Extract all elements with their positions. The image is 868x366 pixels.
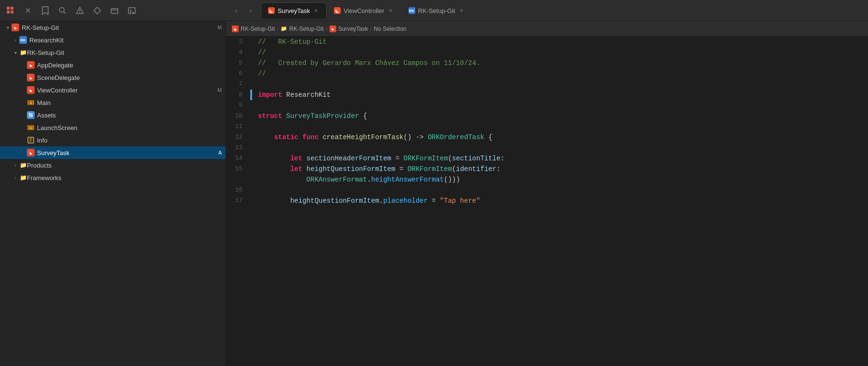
svg-rect-17 [29,115,31,117]
code-content [252,121,868,132]
layers-icon[interactable] [108,4,121,17]
app-icon-breadcrumb [232,26,239,32]
svg-line-5 [64,12,66,13]
sidebar-badge: A [218,150,222,156]
folder-icon: 📁 [19,49,27,56]
sidebar-item-info[interactable]: Info [0,134,226,146]
code-content: let sectionHeaderFormItem = ORKFormItem(… [252,153,868,164]
code-content: heightQuestionFormItem.placeholder = "Ta… [252,196,868,206]
code-line-3: 3 // RK-Setup-Git [226,37,868,47]
tab-close-button[interactable]: ✕ [458,7,465,14]
tab-survey-task[interactable]: SurveyTask ✕ [261,2,327,19]
sidebar-item-label: SceneDelegate [37,74,222,81]
swift-file-icon [27,86,35,94]
sidebar: ▾ RK-Setup-Git M › RK ResearchKit ▾ 📁 RK… [0,21,226,366]
line-number: 8 [226,90,250,100]
toolbar-left: ✕ [4,4,230,17]
folder-icon-breadcrumb: 📁 [281,26,287,32]
line-number: 10 [226,111,250,121]
tab-label: RK-Setup-Git [418,7,455,14]
sidebar-item-products[interactable]: › 📁 Products [0,159,226,171]
line-number: 14 [226,153,250,164]
sidebar-badge: M [217,25,222,30]
svg-rect-1 [11,7,13,10]
svg-point-4 [60,7,64,12]
breadcrumb-rk-setup-git[interactable]: RK-Setup-Git [232,26,275,32]
sidebar-item-researchkit[interactable]: › RK ResearchKit [0,34,226,46]
breadcrumb-text: RK-Setup-Git [289,26,323,32]
nav-back-button[interactable]: ‹ [230,4,243,17]
line-number: 13 [226,143,250,153]
line-number: 3 [226,37,250,47]
nav-forward-button[interactable]: › [244,4,257,17]
sidebar-item-label: LaunchScreen [37,124,222,131]
line-number: 11 [226,121,250,132]
sidebar-badge: M [217,87,222,93]
sidebar-item-rk-setup-folder[interactable]: ▾ 📁 RK-Setup-Git [0,46,226,59]
chevron-right-icon: › [12,174,19,182]
line-number: 12 [226,132,250,143]
sidebar-item-frameworks[interactable]: › 📁 Frameworks [0,171,226,184]
sidebar-item-view-controller[interactable]: ViewController M [0,84,226,96]
breadcrumb-no-selection[interactable]: No Selection [374,26,407,32]
code-line-8: 8 import ResearchKit [226,90,868,100]
sidebar-item-survey-task[interactable]: SurveyTask A [0,146,226,159]
sidebar-item-rk-setup-git-root[interactable]: ▾ RK-Setup-Git M [0,21,226,34]
warning-icon[interactable] [73,4,87,17]
code-content: struct SurveyTaskProvider { [252,111,868,121]
nav-buttons: ‹ › [230,4,257,17]
code-content: static func createHeightFormTask() -> OR… [252,132,868,143]
code-content [252,100,868,111]
folder-icon: 📁 [19,161,27,169]
editor: RK-Setup-Git › 📁 RK-Setup-Git › SurveyTa… [226,21,868,366]
breadcrumb-separator: › [277,26,279,32]
code-content: import ResearchKit [252,90,868,100]
code-line-12: 12 static func createHeightFormTask() ->… [226,132,868,143]
line-number: 15 [226,164,250,174]
code-content: // [252,47,868,58]
breadcrumb-separator: › [370,26,372,32]
tab-label: ViewController [344,7,384,14]
sidebar-item-scene-delegate[interactable]: SceneDelegate [0,71,226,84]
folder-icon: 📁 [19,174,27,182]
sidebar-item-launch-screen[interactable]: ✕ LaunchScreen [0,121,226,134]
code-content [252,185,868,196]
swift-file-icon [27,61,35,69]
code-line-5: 5 // Created by Gerardo Marx Chávez Camp… [226,58,868,68]
tab-rk-setup-git[interactable]: RK RK-Setup-Git ✕ [401,2,472,19]
swift-file-icon [27,74,35,81]
bookmark-icon[interactable] [38,4,52,17]
sidebar-item-assets[interactable]: Assets [0,109,226,121]
breadcrumb-survey-task[interactable]: SurveyTask [330,26,368,32]
breadcrumb-text: No Selection [374,26,407,32]
sidebar-item-app-delegate[interactable]: AppDelegate [0,59,226,71]
sidebar-item-label: Main [37,99,222,106]
sidebar-item-main[interactable]: ✕ Main [0,96,226,109]
rk-icon-tab: RK [408,7,415,14]
code-line-6: 6 // [226,68,868,79]
code-content: // [252,68,868,79]
tab-close-button[interactable]: ✕ [313,7,319,14]
tab-close-button[interactable]: ✕ [387,7,394,14]
breadcrumb-folder[interactable]: 📁 RK-Setup-Git [281,26,323,32]
terminal-icon[interactable] [125,4,139,17]
code-content: // Created by Gerardo Marx Chávez Campos… [252,58,868,68]
breadcrumb-text: RK-Setup-Git [241,26,275,32]
storyboard-icon: ✕ [27,124,35,131]
close-tab-icon[interactable]: ✕ [21,4,35,17]
plist-icon [27,136,35,144]
sidebar-item-label: AppDelegate [37,62,222,69]
grid-icon[interactable] [4,4,17,17]
code-content [252,79,868,90]
tab-view-controller[interactable]: ViewController ✕ [327,2,401,19]
swift-icon-breadcrumb [330,26,336,32]
storyboard-icon: ✕ [27,99,35,106]
svg-rect-15 [29,113,31,115]
code-line-4: 4 // [226,47,868,58]
breadcrumb: RK-Setup-Git › 📁 RK-Setup-Git › SurveyTa… [226,21,868,37]
code-content [252,143,868,153]
diamond-icon[interactable] [90,4,104,17]
code-editor[interactable]: 3 // RK-Setup-Git 4 // 5 // Created by G… [226,37,868,366]
breadcrumb-separator: › [326,26,328,32]
search-icon[interactable] [56,4,69,17]
